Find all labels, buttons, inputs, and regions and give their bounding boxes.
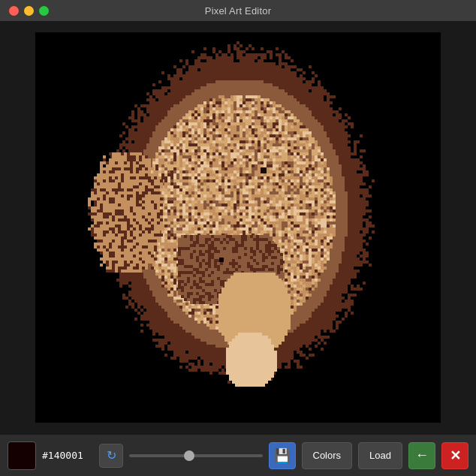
zoom-slider-container[interactable] bbox=[129, 454, 263, 457]
close-editor-button[interactable]: ✕ bbox=[441, 442, 468, 469]
window-title: Pixel Art Editor bbox=[205, 5, 271, 17]
canvas-area bbox=[0, 21, 476, 434]
pixel-canvas-container[interactable] bbox=[35, 32, 441, 423]
slider-thumb[interactable] bbox=[184, 450, 194, 461]
toolbar: #140001 ↻ 💾 Colors Load ← ✕ bbox=[0, 434, 476, 476]
window-controls bbox=[9, 6, 49, 16]
close-icon: ✕ bbox=[450, 447, 461, 464]
refresh-icon: ↻ bbox=[107, 448, 116, 462]
close-window-button[interactable] bbox=[9, 6, 19, 16]
refresh-button[interactable]: ↻ bbox=[99, 444, 123, 468]
maximize-window-button[interactable] bbox=[39, 6, 49, 16]
pixel-art-canvas[interactable] bbox=[35, 32, 441, 423]
slider-track bbox=[129, 454, 263, 457]
title-bar: Pixel Art Editor bbox=[0, 0, 476, 21]
undo-icon: ← bbox=[415, 447, 429, 463]
save-icon: 💾 bbox=[274, 447, 291, 464]
undo-button[interactable]: ← bbox=[408, 442, 435, 469]
colors-button[interactable]: Colors bbox=[302, 442, 353, 469]
load-button[interactable]: Load bbox=[358, 442, 402, 469]
color-hex-value: #140001 bbox=[42, 450, 93, 461]
save-button[interactable]: 💾 bbox=[269, 442, 296, 469]
current-color-swatch[interactable] bbox=[8, 441, 36, 470]
minimize-window-button[interactable] bbox=[24, 6, 34, 16]
